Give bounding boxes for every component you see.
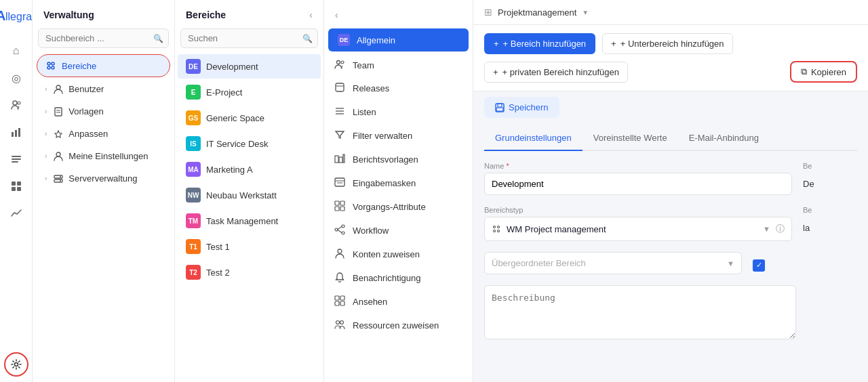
chart-bar-icon[interactable] — [4, 120, 28, 144]
menu-filter-verwalten-label: Filter verwalten — [353, 131, 412, 141]
area-item-neubau-werkstatt[interactable]: NW Neubau Werkstatt — [178, 183, 321, 207]
nav-item-benutzer[interactable]: › Benutzer — [37, 79, 170, 100]
bereiche-title: Bereiche — [186, 9, 226, 20]
menu-ansehen-label: Ansehen — [353, 297, 387, 307]
list-icon[interactable] — [4, 147, 28, 171]
menu-item-listen[interactable]: Listen — [324, 100, 473, 124]
name-input[interactable] — [484, 173, 792, 195]
area-item-test-1[interactable]: T1 Test 1 — [178, 234, 321, 259]
svg-point-53 — [336, 321, 340, 324]
area-item-it-service-desk[interactable]: IS IT Service Desk — [178, 131, 321, 156]
bereichstyp-select[interactable]: WM Project management ▼ ⓘ — [484, 217, 792, 241]
area-label-marketing-a: Marketing A — [206, 165, 253, 175]
menu-item-berichtsvorlagen[interactable]: Berichtsvorlagen — [324, 148, 473, 171]
plus-private-icon: + — [493, 67, 498, 77]
compass-icon[interactable]: ◎ — [4, 66, 28, 90]
users-icon[interactable] — [4, 93, 28, 117]
nav-item-bereiche[interactable]: Bereiche — [37, 54, 170, 77]
form-field-bereichstyp: Bereichstyp WM Project management ▼ ⓘ — [484, 206, 792, 241]
svg-point-45 — [335, 228, 338, 231]
menu-item-allgemein[interactable]: DE Allgemein — [328, 28, 469, 51]
settings-icon[interactable] — [4, 352, 28, 377]
grid-icon: ⊞ — [484, 7, 492, 18]
grid-chart-icon[interactable] — [4, 174, 28, 198]
home-icon[interactable]: ⌂ — [4, 39, 28, 63]
copy-button[interactable]: ⧉ Kopieren — [790, 61, 857, 83]
svg-point-46 — [342, 225, 344, 228]
add-area-button[interactable]: + + Bereich hinzufügen — [484, 33, 595, 54]
menu-panel-top: ‹ — [324, 0, 473, 26]
menu-item-team[interactable]: Team — [324, 54, 473, 77]
menu-panel: ‹ DE Allgemein Team — [324, 0, 473, 382]
area-badge-it-service-desk: IS — [186, 136, 201, 151]
area-item-task-management[interactable]: TM Task Management — [178, 209, 321, 233]
bell-icon — [334, 272, 346, 284]
menu-item-workflow[interactable]: Workflow — [324, 219, 473, 242]
menu-benachrichtigung-label: Benachrichtigung — [353, 273, 420, 283]
bereiche-search-icon: 🔍 — [302, 34, 313, 43]
checkbox-checked[interactable]: ✓ — [753, 259, 765, 272]
nav-item-anpassen[interactable]: › Anpassen — [37, 123, 170, 144]
trend-icon[interactable] — [4, 201, 28, 226]
menu-item-filter-verwalten[interactable]: Filter verwalten — [324, 124, 473, 148]
svg-point-59 — [498, 226, 500, 228]
konten-icon — [334, 248, 346, 261]
verwaltung-search-input[interactable] — [38, 28, 169, 48]
tab-voreingestellte-werte[interactable]: Voreinstellte Werte — [583, 126, 678, 151]
checkbox-col: ✓ — [753, 252, 765, 274]
nav-anpassen-label: Anpassen — [68, 129, 108, 139]
area-item-e-project[interactable]: E E-Project — [178, 80, 321, 104]
menu-item-eingabemasken[interactable]: Eingabemasken — [324, 171, 473, 195]
svg-point-54 — [340, 321, 344, 324]
add-subarea-button[interactable]: + + Unterbereich hinzufügen — [602, 33, 732, 54]
menu-item-vorgangs-attribute[interactable]: Vorgangs-Attribute — [324, 195, 473, 219]
svg-rect-50 — [340, 296, 344, 300]
area-badge-task-management: TM — [186, 213, 201, 228]
area-badge-development: DE — [186, 59, 201, 74]
bereichstyp-extra-label: Be — [803, 206, 857, 214]
beschreibung-input[interactable] — [484, 285, 796, 339]
team-icon — [334, 60, 346, 71]
icon-sidebar: A llegra ⌂ ◎ — [0, 0, 33, 382]
copy-label: Kopieren — [811, 67, 846, 77]
add-private-button[interactable]: + + privaten Bereich hinzufügen — [484, 62, 628, 83]
area-label-development: Development — [206, 62, 258, 72]
svg-point-17 — [47, 66, 50, 69]
area-item-marketing-a[interactable]: MA Marketing A — [178, 157, 321, 182]
area-badge-e-project: E — [186, 85, 201, 100]
svg-point-61 — [498, 230, 500, 232]
nav-item-serververwaltung[interactable]: › Serververwaltung — [37, 168, 170, 189]
uebergeordneter-select[interactable]: Übergeordneter Bereich ▼ — [484, 252, 742, 274]
area-item-development[interactable]: DE Development — [178, 54, 321, 79]
save-button[interactable]: Speichern — [484, 97, 559, 118]
nav-item-vorlagen[interactable]: › Vorlagen — [37, 101, 170, 122]
bereichstyp-extra-col: Be la — [803, 206, 857, 241]
svg-point-26 — [60, 176, 61, 177]
ressourcen-icon — [334, 319, 346, 332]
nav-bereiche-label: Bereiche — [62, 61, 96, 71]
menu-item-benachrichtigung[interactable]: Benachrichtigung — [324, 266, 473, 290]
svg-rect-20 — [55, 108, 62, 116]
tab-grundeinstellungen[interactable]: Grundeinstellungen — [484, 126, 583, 151]
uebergeordneter-dropdown-arrow: ▼ — [727, 259, 734, 268]
svg-rect-51 — [335, 301, 339, 305]
svg-rect-13 — [17, 187, 21, 191]
menu-item-ressourcen-zuweisen[interactable]: Ressourcen zuweisen — [324, 314, 473, 337]
area-item-generic-space[interactable]: GS Generic Space — [178, 106, 321, 130]
menu-item-releases[interactable]: Releases — [324, 77, 473, 100]
svg-point-29 — [341, 61, 344, 64]
nav-item-meine-einstellungen[interactable]: › Meine Einstellungen — [37, 146, 170, 167]
area-badge-marketing-a: MA — [186, 162, 201, 177]
menu-workflow-label: Workflow — [353, 226, 389, 236]
menu-item-konten-zuweisen[interactable]: Konten zuweisen — [324, 242, 473, 266]
collapse-button[interactable]: ‹ — [309, 9, 313, 20]
area-item-test-2[interactable]: T2 Test 2 — [178, 260, 321, 284]
area-badge-generic-space: GS — [186, 110, 201, 125]
form-row-name: Name * Be De — [484, 162, 857, 195]
tab-email-anbindung[interactable]: E-Mail-Anbindung — [678, 126, 770, 151]
menu-item-ansehen[interactable]: Ansehen — [324, 290, 473, 314]
bereiche-search-input[interactable] — [180, 28, 318, 48]
menu-collapse-button[interactable]: ‹ — [335, 9, 338, 20]
menu-listen-label: Listen — [353, 107, 376, 117]
vorgangs-attribute-icon — [334, 200, 346, 213]
